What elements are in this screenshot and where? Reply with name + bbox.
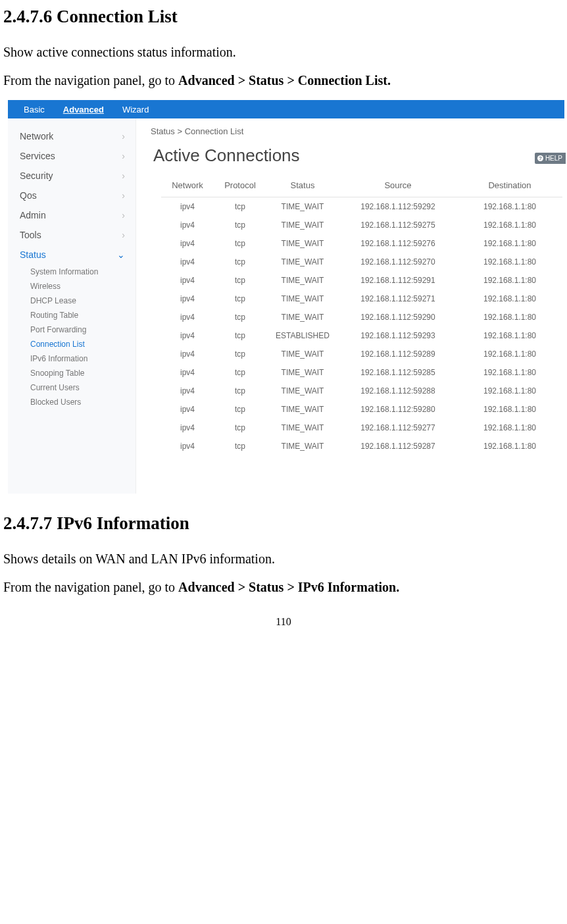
sidebar-sub-dhcp-lease[interactable]: DHCP Lease [8, 294, 136, 308]
cell-network: ipv4 [161, 234, 214, 253]
table-row: ipv4tcpTIME_WAIT192.168.1.112:59287192.1… [161, 437, 562, 455]
cell-network: ipv4 [161, 419, 214, 437]
cell-source: 192.168.1.112:59293 [339, 326, 457, 345]
sidebar-sub-port-forwarding[interactable]: Port Forwarding [8, 322, 136, 337]
sidebar-item-qos[interactable]: Qos › [8, 186, 136, 205]
table-row: ipv4tcpTIME_WAIT192.168.1.112:59292192.1… [161, 197, 562, 217]
cell-status: TIME_WAIT [266, 363, 339, 382]
cell-source: 192.168.1.112:59276 [339, 234, 457, 253]
cell-status: TIME_WAIT [266, 216, 339, 234]
sidebar-item-label: Tools [20, 230, 41, 240]
sidebar-sub-system-information[interactable]: System Information [8, 265, 136, 279]
cell-network: ipv4 [161, 326, 214, 345]
cell-status: TIME_WAIT [266, 345, 339, 363]
sidebar-sub-blocked-users[interactable]: Blocked Users [8, 395, 136, 409]
cell-destination: 192.168.1.1:80 [457, 419, 562, 437]
sidebar-sub-connection-list[interactable]: Connection List [8, 337, 136, 351]
table-row: ipv4tcpTIME_WAIT192.168.1.112:59285192.1… [161, 363, 562, 382]
tab-advanced[interactable]: Advanced [54, 101, 113, 118]
cell-destination: 192.168.1.1:80 [457, 197, 562, 217]
main-panel: Status > Connection List ? HELP Active C… [136, 118, 564, 494]
connections-table: Network Protocol Status Source Destinati… [161, 174, 562, 455]
th-status: Status [266, 174, 339, 197]
sidebar-item-status[interactable]: Status ⌄ [8, 245, 136, 265]
sidebar-sub-ipv6-information[interactable]: IPv6 Information [8, 351, 136, 366]
cell-status: TIME_WAIT [266, 437, 339, 455]
cell-protocol: tcp [214, 419, 266, 437]
table-row: ipv4tcpTIME_WAIT192.168.1.112:59277192.1… [161, 419, 562, 437]
cell-status: TIME_WAIT [266, 197, 339, 217]
sidebar-item-network[interactable]: Network › [8, 126, 136, 146]
cell-status: TIME_WAIT [266, 271, 339, 290]
section2-p2-prefix: From the navigation panel, go to [3, 580, 178, 594]
tab-wizard[interactable]: Wizard [113, 101, 158, 118]
cell-network: ipv4 [161, 197, 214, 217]
cell-protocol: tcp [214, 437, 266, 455]
cell-network: ipv4 [161, 382, 214, 400]
cell-protocol: tcp [214, 363, 266, 382]
cell-protocol: tcp [214, 400, 266, 419]
chevron-right-icon: › [122, 170, 125, 181]
chevron-down-icon: ⌄ [117, 249, 125, 260]
section1-p2-prefix: From the navigation panel, go to [3, 73, 178, 88]
cell-protocol: tcp [214, 326, 266, 345]
breadcrumb: Status > Connection List [149, 122, 564, 145]
cell-network: ipv4 [161, 271, 214, 290]
cell-source: 192.168.1.112:59291 [339, 271, 457, 290]
sidebar-sub-snooping-table[interactable]: Snooping Table [8, 366, 136, 380]
cell-protocol: tcp [214, 308, 266, 326]
cell-destination: 192.168.1.1:80 [457, 400, 562, 419]
page-title: Active Connections [153, 145, 564, 166]
table-row: ipv4tcpTIME_WAIT192.168.1.112:59291192.1… [161, 271, 562, 290]
cell-protocol: tcp [214, 290, 266, 308]
sidebar-item-admin[interactable]: Admin › [8, 205, 136, 225]
sidebar-sub-current-users[interactable]: Current Users [8, 380, 136, 395]
cell-protocol: tcp [214, 382, 266, 400]
cell-source: 192.168.1.112:59292 [339, 197, 457, 217]
section2-para1: Shows details on WAN and LAN IPv6 inform… [3, 550, 567, 568]
chevron-right-icon: › [122, 190, 125, 201]
cell-status: TIME_WAIT [266, 400, 339, 419]
sidebar-item-label: Security [20, 170, 53, 181]
cell-source: 192.168.1.112:59280 [339, 400, 457, 419]
help-button[interactable]: ? HELP [535, 153, 566, 164]
chevron-right-icon: › [122, 151, 125, 161]
th-network: Network [161, 174, 214, 197]
chevron-right-icon: › [122, 230, 125, 240]
table-row: ipv4tcpTIME_WAIT192.168.1.112:59271192.1… [161, 290, 562, 308]
sidebar-sub-routing-table[interactable]: Routing Table [8, 308, 136, 322]
table-row: ipv4tcpTIME_WAIT192.168.1.112:59275192.1… [161, 216, 562, 234]
cell-protocol: tcp [214, 216, 266, 234]
cell-network: ipv4 [161, 400, 214, 419]
cell-protocol: tcp [214, 234, 266, 253]
table-row: ipv4tcpTIME_WAIT192.168.1.112:59288192.1… [161, 382, 562, 400]
cell-source: 192.168.1.112:59290 [339, 308, 457, 326]
cell-destination: 192.168.1.1:80 [457, 382, 562, 400]
cell-network: ipv4 [161, 290, 214, 308]
th-source: Source [339, 174, 457, 197]
page-number: 110 [0, 616, 567, 628]
cell-status: TIME_WAIT [266, 253, 339, 271]
cell-destination: 192.168.1.1:80 [457, 253, 562, 271]
cell-destination: 192.168.1.1:80 [457, 271, 562, 290]
table-row: ipv4tcpTIME_WAIT192.168.1.112:59280192.1… [161, 400, 562, 419]
sidebar-item-security[interactable]: Security › [8, 166, 136, 186]
cell-protocol: tcp [214, 253, 266, 271]
cell-network: ipv4 [161, 308, 214, 326]
cell-destination: 192.168.1.1:80 [457, 234, 562, 253]
section2-p2-bold: Advanced > Status > IPv6 Information. [178, 580, 399, 594]
chevron-right-icon: › [122, 210, 125, 220]
sidebar-item-tools[interactable]: Tools › [8, 225, 136, 245]
table-row: ipv4tcpTIME_WAIT192.168.1.112:59270192.1… [161, 253, 562, 271]
tab-basic[interactable]: Basic [14, 101, 54, 118]
cell-network: ipv4 [161, 345, 214, 363]
sidebar-item-label: Admin [20, 210, 46, 220]
cell-network: ipv4 [161, 363, 214, 382]
section-heading-1: 2.4.7.6 Connection List [3, 7, 567, 27]
sidebar-sub-wireless[interactable]: Wireless [8, 279, 136, 294]
cell-destination: 192.168.1.1:80 [457, 308, 562, 326]
table-header-row: Network Protocol Status Source Destinati… [161, 174, 562, 197]
sidebar-item-services[interactable]: Services › [8, 146, 136, 166]
sidebar-item-label: Services [20, 151, 55, 161]
sidebar-item-label: Network [20, 131, 53, 141]
